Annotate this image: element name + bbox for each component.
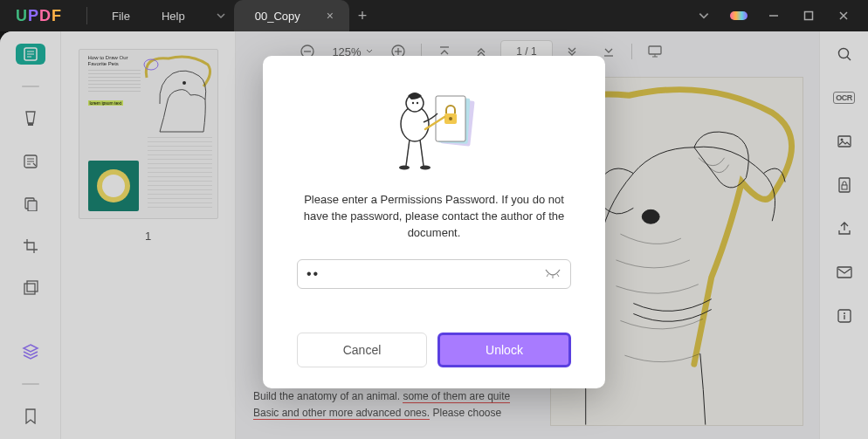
svg-line-49 [406, 140, 410, 166]
window-minimize[interactable] [756, 0, 791, 31]
menu-help[interactable]: Help [146, 10, 201, 23]
svg-point-51 [399, 166, 410, 170]
titlebar: UPDF File Help 00_Copy × + [0, 0, 868, 31]
tab-title: 00_Copy [255, 10, 300, 23]
eye-toggle-icon[interactable] [544, 268, 561, 280]
titlebar-chevron-down[interactable] [686, 0, 721, 31]
app-logo: UPDF [16, 7, 62, 25]
dialog-illustration [382, 87, 486, 183]
tab-close-icon[interactable]: × [327, 9, 334, 23]
svg-point-52 [420, 166, 431, 170]
password-value: •• [307, 266, 320, 282]
permissions-password-dialog: Please enter a Permissions Password. If … [263, 56, 605, 388]
tab-active[interactable]: 00_Copy × [234, 0, 349, 31]
svg-point-46 [412, 102, 414, 104]
menu-file[interactable]: File [96, 10, 146, 23]
rainbow-icon [730, 11, 747, 20]
svg-line-55 [557, 274, 559, 277]
svg-point-47 [417, 102, 418, 104]
brand-pill[interactable] [721, 0, 756, 31]
window-close[interactable] [826, 0, 861, 31]
chevron-down-icon [216, 10, 226, 21]
password-input[interactable]: •• [297, 259, 571, 289]
unlock-button[interactable]: Unlock [437, 333, 571, 367]
dialog-button-row: Cancel Unlock [297, 333, 571, 367]
new-tab-button[interactable]: + [349, 0, 375, 31]
cancel-button[interactable]: Cancel [297, 333, 427, 367]
dialog-message: Please enter a Permissions Password. If … [291, 192, 577, 242]
svg-rect-1 [805, 12, 813, 20]
tab-ghost-dropdown[interactable] [208, 0, 234, 31]
modal-overlay: Please enter a Permissions Password. If … [0, 31, 868, 439]
tabstrip: 00_Copy × + [208, 0, 375, 31]
close-icon [838, 10, 849, 21]
svg-line-50 [420, 140, 424, 166]
svg-point-43 [449, 117, 452, 120]
divider [86, 7, 87, 24]
minimize-icon [768, 10, 779, 21]
window-maximize[interactable] [791, 0, 826, 31]
maximize-icon [803, 10, 814, 21]
chevron-down-icon [698, 10, 710, 22]
svg-line-53 [547, 274, 548, 277]
